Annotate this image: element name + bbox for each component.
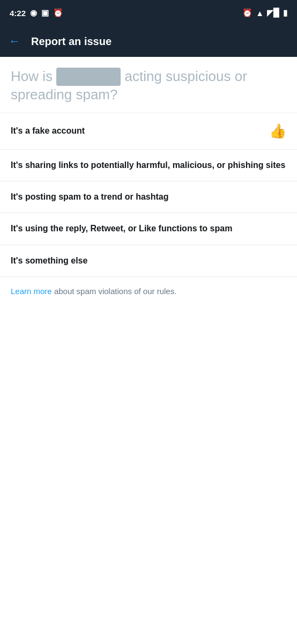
footer: Learn more about spam violations of our … [0,277,297,306]
list-item-fake-account[interactable]: It's a fake account 👍 [0,113,297,150]
list-item-fake-account-text: It's a fake account [11,125,264,137]
back-button[interactable]: ← [9,34,20,48]
list-item-spam-functions[interactable]: It's using the reply, Retweet, or Like f… [0,213,297,245]
list-item-something-else-text: It's something else [11,255,286,267]
status-left: 4:22 ◉ ▣ ⏰ [10,8,63,18]
nav-title: Report an issue [31,35,112,48]
location-icon: ◉ [30,8,37,18]
list-item-spam-trend-text: It's posting spam to a trend or hashtag [11,191,286,203]
redacted-username [56,68,121,86]
wifi-icon: ▲ [256,9,264,18]
content-area: How is acting suspicious or spreading sp… [0,57,297,306]
list-item-something-else[interactable]: It's something else [0,245,297,277]
thumbs-up-emoji: 👍 [269,123,286,140]
alarm-status-icon: ⏰ [242,8,253,18]
status-right: ⏰ ▲ ◤▉ ▮ [242,8,287,18]
list-item-harmful-links-text: It's sharing links to potentially harmfu… [11,159,286,171]
status-bar: 4:22 ◉ ▣ ⏰ ⏰ ▲ ◤▉ ▮ [0,0,297,26]
list-item-spam-trend[interactable]: It's posting spam to a trend or hashtag [0,181,297,213]
page-subtitle: How is acting suspicious or spreading sp… [11,68,286,104]
battery-icon: ▮ [283,8,287,18]
time: 4:22 [10,9,26,18]
page-heading: How is acting suspicious or spreading sp… [0,57,297,113]
heading-before: How is [11,68,56,84]
list-item-spam-functions-text: It's using the reply, Retweet, or Like f… [11,223,286,235]
list-item-harmful-links[interactable]: It's sharing links to potentially harmfu… [0,150,297,181]
signal-icon: ◤▉ [267,8,280,18]
photo-icon: ▣ [41,8,49,18]
nav-bar: ← Report an issue [0,26,297,57]
learn-more-link[interactable]: Learn more [11,287,52,296]
footer-rest-text: about spam violations of our rules. [52,287,177,296]
alarm-icon: ⏰ [53,8,63,18]
